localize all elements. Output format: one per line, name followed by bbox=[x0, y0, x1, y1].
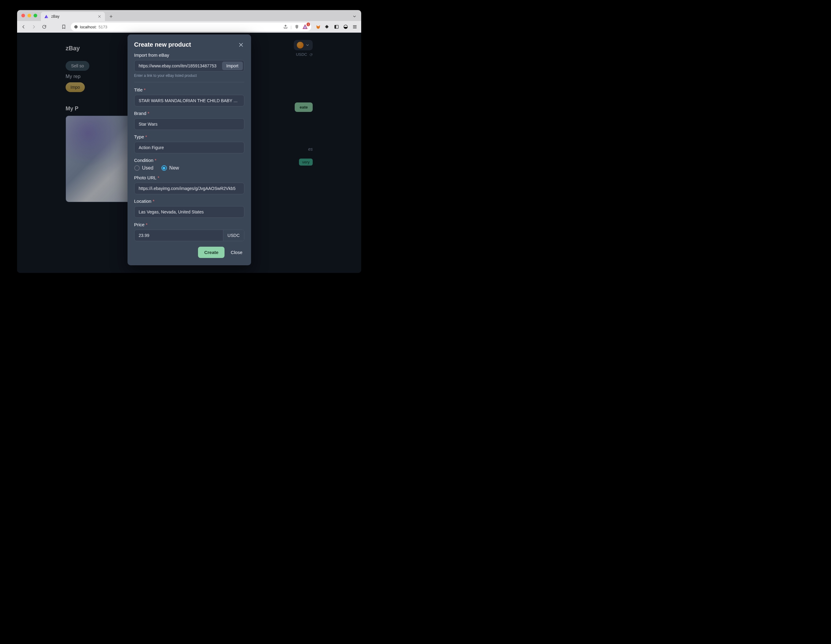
price-currency-addon: USDC bbox=[223, 230, 244, 241]
type-input[interactable] bbox=[139, 145, 240, 150]
nav-forward-icon[interactable] bbox=[30, 24, 37, 30]
radio-checked-icon bbox=[161, 165, 167, 171]
condition-label: Condition * bbox=[134, 157, 244, 163]
browser-toolbar: localhost:5173 | 1 bbox=[17, 21, 361, 33]
title-input[interactable] bbox=[139, 98, 240, 103]
tab-title: zBay bbox=[51, 14, 59, 19]
create-button[interactable]: Create bbox=[198, 247, 224, 258]
tab-close-icon[interactable] bbox=[97, 14, 102, 19]
modal-backdrop[interactable]: Create new product Import from eBay Impo… bbox=[17, 33, 361, 273]
window-minimize-icon[interactable] bbox=[27, 14, 31, 17]
brave-rewards-icon[interactable]: 1 bbox=[302, 24, 308, 30]
extensions-menu-icon[interactable] bbox=[324, 24, 331, 30]
window-maximize-icon[interactable] bbox=[33, 14, 37, 17]
browser-tab[interactable]: zBay bbox=[41, 12, 105, 21]
brave-shield-icon[interactable] bbox=[293, 24, 300, 30]
svg-rect-1 bbox=[76, 27, 76, 28]
import-button[interactable]: Import bbox=[222, 62, 243, 70]
svg-rect-4 bbox=[335, 25, 336, 29]
import-label: Import from eBay bbox=[134, 52, 244, 58]
url-path: 5173 bbox=[99, 25, 107, 29]
condition-new-label: New bbox=[169, 165, 179, 171]
title-label: Title * bbox=[134, 87, 244, 92]
page-viewport: zBay USDC Sell so My rep Impo bbox=[17, 33, 361, 273]
photo-url-label: Photo URL * bbox=[134, 175, 244, 180]
sidepanel-icon[interactable] bbox=[333, 24, 340, 30]
import-url-control: Import bbox=[134, 60, 244, 72]
import-url-input[interactable] bbox=[135, 64, 221, 68]
site-info-icon[interactable] bbox=[74, 25, 78, 29]
tabs-dropdown-icon[interactable] bbox=[350, 12, 359, 21]
brand-input[interactable] bbox=[139, 122, 240, 127]
app-menu-icon[interactable] bbox=[352, 24, 358, 30]
location-label: Location * bbox=[134, 199, 244, 204]
nav-back-icon[interactable] bbox=[20, 24, 27, 30]
new-tab-button[interactable] bbox=[107, 12, 115, 21]
tab-favicon-icon bbox=[44, 14, 49, 19]
location-input[interactable] bbox=[139, 210, 240, 215]
bookmark-icon[interactable] bbox=[60, 24, 67, 30]
address-bar[interactable]: localhost:5173 | 1 bbox=[71, 22, 311, 31]
window-controls bbox=[19, 10, 39, 21]
radio-icon bbox=[134, 165, 140, 171]
condition-used-label: Used bbox=[142, 165, 153, 171]
photo-url-input[interactable] bbox=[139, 186, 240, 191]
brand-label: Brand * bbox=[134, 111, 244, 116]
condition-used-radio[interactable]: Used bbox=[134, 165, 153, 171]
extension-metamask-icon[interactable] bbox=[315, 24, 322, 30]
close-button[interactable]: Close bbox=[229, 247, 244, 258]
svg-rect-2 bbox=[76, 26, 76, 26]
window-close-icon[interactable] bbox=[21, 14, 25, 17]
import-helper-text: Enter a link to your eBay listed product bbox=[134, 73, 244, 78]
create-product-modal: Create new product Import from eBay Impo… bbox=[127, 35, 251, 265]
reload-icon[interactable] bbox=[41, 24, 48, 30]
price-label: Price * bbox=[134, 222, 244, 227]
url-host: localhost: bbox=[80, 25, 97, 29]
price-control: USDC bbox=[134, 230, 244, 241]
extensions-area bbox=[315, 24, 358, 30]
share-icon[interactable] bbox=[282, 24, 289, 30]
condition-new-radio[interactable]: New bbox=[161, 165, 179, 171]
modal-close-icon[interactable] bbox=[238, 41, 244, 48]
browser-window: zBay bbox=[17, 10, 361, 273]
profile-icon[interactable] bbox=[342, 24, 349, 30]
modal-title: Create new product bbox=[134, 41, 191, 48]
type-label: Type * bbox=[134, 134, 244, 139]
price-input[interactable] bbox=[135, 233, 223, 238]
tabstrip: zBay bbox=[17, 10, 361, 21]
